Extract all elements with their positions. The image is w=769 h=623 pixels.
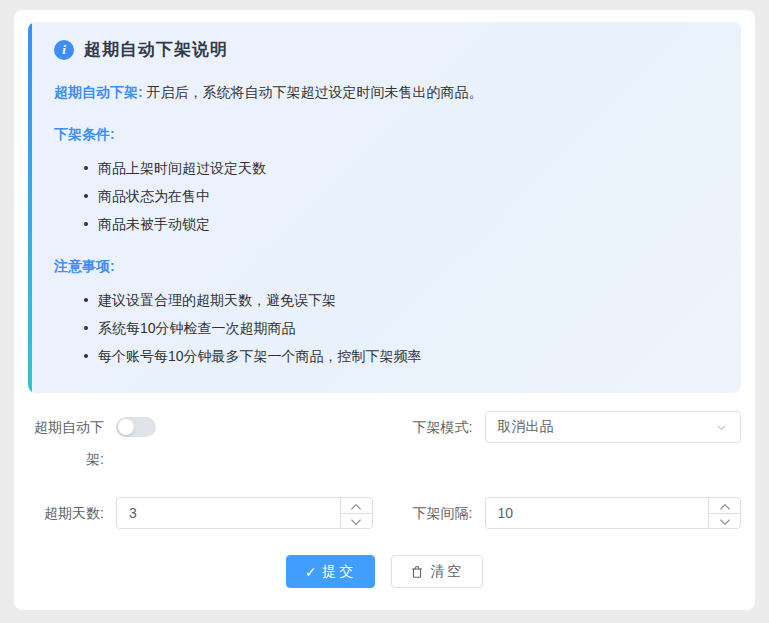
form-item-delist-mode: 下架模式: 取消出品 [397,411,742,443]
toggle-knob [118,419,134,435]
delist-mode-label: 下架模式: [397,411,485,443]
delist-mode-value: 取消出品 [498,418,554,436]
clear-button-label: 清空 [430,563,464,581]
submit-button-label: 提交 [322,563,356,581]
auto-delist-toggle[interactable] [116,417,156,437]
list-item: 建议设置合理的超期天数，避免误下架 [84,293,719,307]
list-item: 系统每10分钟检查一次超期商品 [84,321,719,335]
decrease-button[interactable] [341,514,372,528]
trash-icon [410,565,424,579]
form-actions: ✓ 提交 清空 [28,555,741,588]
settings-form: 超期自动下架: 下架模式: 取消出品 [28,411,741,588]
arrow-up-icon [351,498,361,513]
delist-interval-input[interactable] [485,497,742,529]
conditions-list: 商品上架时间超过设定天数 商品状态为在售中 商品未被手动锁定 [84,161,719,231]
info-panel: i 超期自动下架说明 超期自动下架: 开启后，系统将自动下架超过设定时间未售出的… [28,22,741,393]
increase-button[interactable] [709,498,740,514]
submit-button[interactable]: ✓ 提交 [286,555,376,588]
check-icon: ✓ [305,564,317,580]
panel-title-row: i 超期自动下架说明 [54,38,719,61]
panel-title: 超期自动下架说明 [84,38,228,61]
list-item: 每个账号每10分钟最多下架一个商品，控制下架频率 [84,349,719,363]
delist-interval-spinner [708,498,740,528]
auto-delist-label: 超期自动下架: [28,411,116,475]
delist-interval-stepper [485,497,742,529]
overdue-days-label: 超期天数: [28,497,116,529]
list-item: 商品状态为在售中 [84,189,719,203]
list-item: 商品上架时间超过设定天数 [84,161,719,175]
delist-interval-label: 下架间隔: [397,497,485,529]
overdue-days-input[interactable] [116,497,373,529]
settings-card: i 超期自动下架说明 超期自动下架: 开启后，系统将自动下架超过设定时间未售出的… [14,10,755,610]
form-item-delist-interval: 下架间隔: [397,497,742,529]
form-item-auto-delist: 超期自动下架: [28,411,373,475]
overdue-days-spinner [340,498,372,528]
overdue-days-stepper [116,497,373,529]
intro-text: 开启后，系统将自动下架超过设定时间未售出的商品。 [147,84,483,100]
intro-paragraph: 超期自动下架: 开启后，系统将自动下架超过设定时间未售出的商品。 [54,85,719,99]
notes-heading: 注意事项: [54,259,719,273]
clear-button[interactable]: 清空 [391,555,483,588]
increase-button[interactable] [341,498,372,514]
conditions-heading: 下架条件: [54,127,719,141]
notes-list: 建议设置合理的超期天数，避免误下架 系统每10分钟检查一次超期商品 每个账号每1… [84,293,719,363]
arrow-down-icon [720,514,730,528]
decrease-button[interactable] [709,514,740,528]
info-icon: i [54,40,74,60]
arrow-up-icon [720,498,730,513]
form-item-overdue-days: 超期天数: [28,497,373,529]
screen: i 超期自动下架说明 超期自动下架: 开启后，系统将自动下架超过设定时间未售出的… [0,0,769,623]
delist-mode-select[interactable]: 取消出品 [485,411,742,443]
arrow-down-icon [351,514,361,528]
intro-label: 超期自动下架: [54,84,143,100]
chevron-down-icon [715,421,728,434]
list-item: 商品未被手动锁定 [84,217,719,231]
